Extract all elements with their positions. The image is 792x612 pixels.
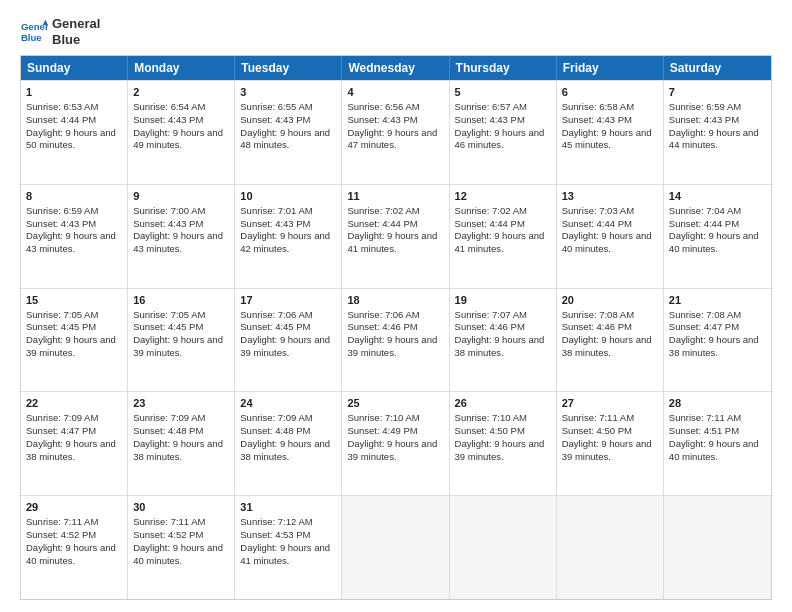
sunset-text: Sunset: 4:43 PM (240, 114, 310, 125)
day-number: 25 (347, 396, 443, 411)
daylight-text: Daylight: 9 hours and 40 minutes. (562, 230, 652, 254)
daylight-text: Daylight: 9 hours and 39 minutes. (26, 334, 116, 358)
calendar-cell: 9Sunrise: 7:00 AMSunset: 4:43 PMDaylight… (128, 185, 235, 288)
daylight-text: Daylight: 9 hours and 49 minutes. (133, 127, 223, 151)
sunrise-text: Sunrise: 6:54 AM (133, 101, 205, 112)
calendar-cell: 22Sunrise: 7:09 AMSunset: 4:47 PMDayligh… (21, 392, 128, 495)
sunset-text: Sunset: 4:43 PM (669, 114, 739, 125)
calendar-cell (664, 496, 771, 599)
day-number: 4 (347, 85, 443, 100)
day-number: 28 (669, 396, 766, 411)
sunset-text: Sunset: 4:43 PM (562, 114, 632, 125)
cal-header-cell: Thursday (450, 56, 557, 80)
daylight-text: Daylight: 9 hours and 38 minutes. (669, 334, 759, 358)
sunrise-text: Sunrise: 7:00 AM (133, 205, 205, 216)
sunrise-text: Sunrise: 6:57 AM (455, 101, 527, 112)
daylight-text: Daylight: 9 hours and 39 minutes. (455, 438, 545, 462)
calendar-cell: 27Sunrise: 7:11 AMSunset: 4:50 PMDayligh… (557, 392, 664, 495)
daylight-text: Daylight: 9 hours and 43 minutes. (133, 230, 223, 254)
sunset-text: Sunset: 4:46 PM (562, 321, 632, 332)
sunrise-text: Sunrise: 7:11 AM (669, 412, 741, 423)
sunset-text: Sunset: 4:45 PM (133, 321, 203, 332)
daylight-text: Daylight: 9 hours and 46 minutes. (455, 127, 545, 151)
calendar-cell: 11Sunrise: 7:02 AMSunset: 4:44 PMDayligh… (342, 185, 449, 288)
daylight-text: Daylight: 9 hours and 38 minutes. (26, 438, 116, 462)
calendar-cell: 13Sunrise: 7:03 AMSunset: 4:44 PMDayligh… (557, 185, 664, 288)
day-number: 14 (669, 189, 766, 204)
sunset-text: Sunset: 4:47 PM (669, 321, 739, 332)
calendar-cell: 4Sunrise: 6:56 AMSunset: 4:43 PMDaylight… (342, 81, 449, 184)
sunrise-text: Sunrise: 6:53 AM (26, 101, 98, 112)
sunset-text: Sunset: 4:48 PM (133, 425, 203, 436)
calendar-cell: 20Sunrise: 7:08 AMSunset: 4:46 PMDayligh… (557, 289, 664, 392)
sunrise-text: Sunrise: 7:09 AM (133, 412, 205, 423)
calendar-cell (450, 496, 557, 599)
sunset-text: Sunset: 4:44 PM (562, 218, 632, 229)
daylight-text: Daylight: 9 hours and 38 minutes. (562, 334, 652, 358)
day-number: 8 (26, 189, 122, 204)
daylight-text: Daylight: 9 hours and 40 minutes. (133, 542, 223, 566)
svg-text:Blue: Blue (21, 31, 42, 42)
daylight-text: Daylight: 9 hours and 39 minutes. (133, 334, 223, 358)
sunrise-text: Sunrise: 7:10 AM (347, 412, 419, 423)
sunset-text: Sunset: 4:49 PM (347, 425, 417, 436)
logo-icon: General Blue (20, 18, 48, 46)
daylight-text: Daylight: 9 hours and 45 minutes. (562, 127, 652, 151)
sunrise-text: Sunrise: 7:10 AM (455, 412, 527, 423)
sunrise-text: Sunrise: 7:11 AM (26, 516, 98, 527)
cal-header-cell: Monday (128, 56, 235, 80)
sunset-text: Sunset: 4:43 PM (240, 218, 310, 229)
day-number: 16 (133, 293, 229, 308)
sunset-text: Sunset: 4:46 PM (347, 321, 417, 332)
calendar-cell: 21Sunrise: 7:08 AMSunset: 4:47 PMDayligh… (664, 289, 771, 392)
sunrise-text: Sunrise: 7:06 AM (240, 309, 312, 320)
day-number: 6 (562, 85, 658, 100)
sunrise-text: Sunrise: 6:56 AM (347, 101, 419, 112)
sunrise-text: Sunrise: 7:06 AM (347, 309, 419, 320)
day-number: 5 (455, 85, 551, 100)
calendar-cell: 8Sunrise: 6:59 AMSunset: 4:43 PMDaylight… (21, 185, 128, 288)
cal-header-cell: Wednesday (342, 56, 449, 80)
daylight-text: Daylight: 9 hours and 40 minutes. (669, 230, 759, 254)
sunrise-text: Sunrise: 6:58 AM (562, 101, 634, 112)
daylight-text: Daylight: 9 hours and 42 minutes. (240, 230, 330, 254)
cal-header-cell: Friday (557, 56, 664, 80)
sunset-text: Sunset: 4:44 PM (26, 114, 96, 125)
sunset-text: Sunset: 4:43 PM (26, 218, 96, 229)
day-number: 9 (133, 189, 229, 204)
sunset-text: Sunset: 4:50 PM (455, 425, 525, 436)
day-number: 10 (240, 189, 336, 204)
sunrise-text: Sunrise: 6:55 AM (240, 101, 312, 112)
daylight-text: Daylight: 9 hours and 40 minutes. (26, 542, 116, 566)
calendar-cell: 5Sunrise: 6:57 AMSunset: 4:43 PMDaylight… (450, 81, 557, 184)
daylight-text: Daylight: 9 hours and 38 minutes. (133, 438, 223, 462)
calendar-row: 15Sunrise: 7:05 AMSunset: 4:45 PMDayligh… (21, 288, 771, 392)
sunset-text: Sunset: 4:52 PM (133, 529, 203, 540)
day-number: 31 (240, 500, 336, 515)
day-number: 30 (133, 500, 229, 515)
day-number: 29 (26, 500, 122, 515)
calendar-cell: 25Sunrise: 7:10 AMSunset: 4:49 PMDayligh… (342, 392, 449, 495)
daylight-text: Daylight: 9 hours and 39 minutes. (347, 438, 437, 462)
header: General Blue General Blue (20, 16, 772, 47)
sunset-text: Sunset: 4:51 PM (669, 425, 739, 436)
sunset-text: Sunset: 4:48 PM (240, 425, 310, 436)
day-number: 21 (669, 293, 766, 308)
daylight-text: Daylight: 9 hours and 48 minutes. (240, 127, 330, 151)
cal-header-cell: Tuesday (235, 56, 342, 80)
sunrise-text: Sunrise: 7:04 AM (669, 205, 741, 216)
calendar-cell: 29Sunrise: 7:11 AMSunset: 4:52 PMDayligh… (21, 496, 128, 599)
daylight-text: Daylight: 9 hours and 44 minutes. (669, 127, 759, 151)
sunset-text: Sunset: 4:45 PM (26, 321, 96, 332)
day-number: 19 (455, 293, 551, 308)
calendar-cell: 19Sunrise: 7:07 AMSunset: 4:46 PMDayligh… (450, 289, 557, 392)
daylight-text: Daylight: 9 hours and 43 minutes. (26, 230, 116, 254)
day-number: 26 (455, 396, 551, 411)
calendar-cell: 1Sunrise: 6:53 AMSunset: 4:44 PMDaylight… (21, 81, 128, 184)
calendar-cell: 17Sunrise: 7:06 AMSunset: 4:45 PMDayligh… (235, 289, 342, 392)
calendar-row: 1Sunrise: 6:53 AMSunset: 4:44 PMDaylight… (21, 80, 771, 184)
day-number: 1 (26, 85, 122, 100)
daylight-text: Daylight: 9 hours and 39 minutes. (347, 334, 437, 358)
day-number: 12 (455, 189, 551, 204)
calendar-header: SundayMondayTuesdayWednesdayThursdayFrid… (21, 56, 771, 80)
